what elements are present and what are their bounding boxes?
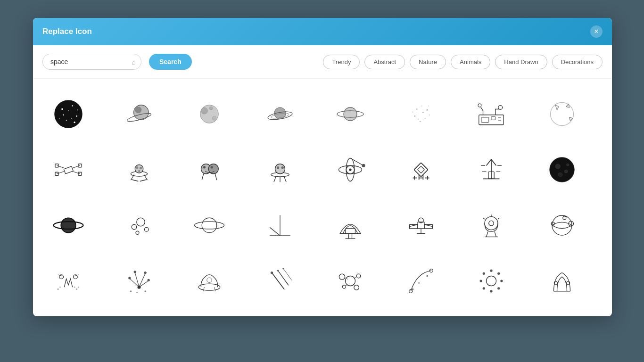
icon-cell-2[interactable]	[113, 88, 165, 140]
svg-point-0	[54, 100, 83, 128]
svg-point-170	[354, 285, 359, 290]
filter-decorations[interactable]: Decorations	[552, 55, 603, 69]
filter-hand-drawn[interactable]: Hand Drawn	[495, 55, 547, 69]
icon-cell-16[interactable]	[536, 144, 588, 196]
svg-point-189	[480, 280, 482, 282]
svg-line-161	[272, 273, 284, 289]
icon-cell-18[interactable]	[113, 199, 165, 251]
svg-point-55	[136, 166, 138, 169]
svg-point-185	[500, 280, 503, 282]
filter-animals[interactable]: Animals	[451, 55, 490, 69]
filter-abstract[interactable]: Abstract	[364, 55, 405, 69]
icon-cell-31[interactable]	[465, 255, 517, 307]
icon-grid	[42, 83, 603, 312]
svg-point-21	[344, 107, 357, 121]
svg-point-124	[485, 217, 498, 230]
icon-cell-7[interactable]	[465, 88, 517, 140]
svg-point-171	[342, 285, 346, 288]
icon-cell-26[interactable]	[113, 255, 165, 307]
icon-cell-5[interactable]	[324, 88, 376, 140]
icon-cell-13[interactable]	[324, 144, 376, 196]
icon-cell-20[interactable]	[254, 199, 306, 251]
search-wrapper: ⌕	[42, 54, 141, 70]
svg-point-156	[144, 290, 146, 292]
svg-point-99	[558, 173, 562, 177]
icon-cell-10[interactable]	[113, 144, 165, 196]
svg-point-4	[76, 115, 77, 117]
svg-point-181	[487, 276, 496, 286]
svg-point-23	[408, 102, 433, 127]
svg-line-173	[355, 277, 356, 279]
icon-cell-28[interactable]	[254, 255, 306, 307]
icon-cell-8[interactable]	[536, 88, 588, 140]
icon-cell-29[interactable]	[324, 255, 376, 307]
svg-point-27	[414, 115, 415, 117]
svg-point-24	[416, 108, 417, 110]
svg-point-65	[211, 166, 213, 168]
svg-point-43	[550, 103, 573, 126]
icon-cell-32[interactable]	[536, 255, 588, 307]
icon-cell-3[interactable]	[183, 88, 235, 140]
icon-cell-22[interactable]	[395, 199, 447, 251]
icon-cell-9[interactable]	[42, 144, 94, 196]
icon-cell-14[interactable]	[395, 144, 447, 196]
icon-cell-1[interactable]	[42, 88, 94, 140]
icon-cell-15[interactable]	[465, 144, 517, 196]
svg-line-73	[284, 177, 286, 182]
svg-point-64	[203, 166, 206, 168]
svg-point-186	[497, 287, 500, 289]
icon-cell-30[interactable]	[395, 255, 447, 307]
svg-point-149	[133, 271, 136, 273]
icon-cell-11[interactable]	[183, 144, 235, 196]
svg-point-142	[76, 288, 78, 290]
svg-line-46	[73, 165, 80, 168]
svg-point-167	[346, 276, 355, 286]
svg-line-45	[57, 165, 65, 168]
search-button[interactable]: Search	[149, 54, 192, 70]
modal-title: Replace Icon	[42, 27, 92, 36]
svg-rect-44	[64, 166, 73, 174]
svg-point-17	[209, 107, 213, 110]
filter-trendy[interactable]: Trendy	[323, 55, 360, 69]
svg-point-30	[429, 115, 429, 115]
svg-point-56	[139, 167, 141, 169]
svg-point-70	[277, 166, 279, 169]
modal-header: Replace Icon ×	[33, 18, 612, 45]
svg-point-25	[421, 106, 422, 107]
svg-point-26	[426, 109, 428, 111]
icon-cell-17[interactable]	[42, 199, 94, 251]
icon-cell-27[interactable]	[183, 255, 235, 307]
filter-nature[interactable]: Nature	[410, 55, 446, 69]
svg-line-160	[215, 287, 216, 291]
svg-point-168	[339, 274, 345, 280]
icon-cell-21[interactable]	[324, 199, 376, 251]
icon-cell-12[interactable]	[254, 144, 306, 196]
svg-point-180	[426, 275, 428, 277]
icon-cell-4[interactable]	[254, 88, 306, 140]
svg-line-72	[273, 177, 275, 182]
svg-point-2	[72, 105, 73, 107]
icon-cell-25[interactable]	[42, 255, 94, 307]
svg-rect-112	[346, 229, 355, 234]
svg-point-7	[68, 110, 69, 111]
icon-cell-6[interactable]	[395, 88, 447, 140]
close-button[interactable]: ×	[590, 25, 603, 38]
svg-rect-37	[491, 116, 495, 120]
svg-line-47	[57, 172, 65, 174]
svg-point-100	[566, 164, 569, 166]
search-input[interactable]	[42, 54, 141, 70]
svg-point-8	[63, 114, 64, 115]
svg-point-80	[362, 164, 365, 167]
filter-tags: Trendy Abstract Nature Animals Hand Draw…	[323, 55, 603, 69]
icon-cell-24[interactable]	[536, 199, 588, 251]
svg-point-32	[422, 112, 424, 113]
icon-cell-23[interactable]	[465, 199, 517, 251]
icon-cell-19[interactable]	[183, 199, 235, 251]
svg-point-151	[128, 277, 131, 279]
svg-line-131	[498, 218, 500, 219]
svg-point-33	[418, 119, 419, 120]
svg-point-96	[549, 157, 574, 182]
svg-point-97	[555, 164, 561, 169]
svg-point-106	[136, 231, 139, 234]
svg-point-42	[478, 104, 481, 107]
